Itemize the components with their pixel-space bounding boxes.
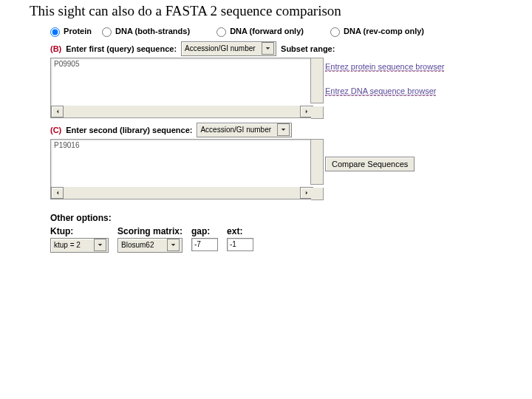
ext-label: ext: [227, 226, 253, 236]
entrez-dna-link[interactable]: Entrez DNA sequence browser [325, 86, 436, 96]
section-b-marker: (B) [50, 44, 61, 53]
scroll-corner [311, 188, 324, 200]
ktup-label: Ktup: [50, 226, 109, 236]
matrix-label: Scoring matrix: [117, 226, 183, 236]
query-sequence-input[interactable]: P09905 [50, 58, 312, 106]
chevron-down-icon [262, 42, 274, 55]
scrollbar-horizontal[interactable] [50, 106, 313, 118]
library-sequence-block: P19016 [50, 139, 312, 200]
scrollbar-vertical[interactable] [310, 139, 324, 185]
page-title: This sight can also do a FASTA 2 sequenc… [0, 0, 532, 27]
radio-dna-rev[interactable]: DNA (rev-comp only) [330, 27, 424, 37]
chevron-down-icon [277, 123, 290, 136]
radio-dna-fwd-label: DNA (forward only) [230, 27, 304, 35]
query-format-select[interactable]: Accession/GI number [181, 41, 276, 56]
library-format-value: Accession/GI number [200, 126, 274, 134]
gap-input[interactable] [191, 238, 218, 251]
matrix-select[interactable]: Blosum62 [117, 238, 183, 253]
matrix-value: Blosum62 [121, 241, 164, 249]
library-sequence-input[interactable]: P19016 [50, 139, 312, 187]
ktup-select[interactable]: ktup = 2 [50, 238, 109, 253]
radio-protein[interactable]: Protein [50, 27, 92, 37]
compare-sequences-button[interactable]: Compare Sequences [325, 157, 415, 171]
options-row: Ktup: ktup = 2 Scoring matrix: Blosum62 … [50, 226, 532, 253]
subset-range-label: Subset range: [281, 44, 335, 53]
scroll-left-icon[interactable] [51, 187, 64, 199]
ktup-value: ktup = 2 [54, 241, 91, 249]
radio-protein-label: Protein [64, 27, 92, 35]
query-format-value: Accession/GI number [185, 44, 259, 52]
section-b-label: Enter first (query) sequence: [66, 44, 177, 53]
gap-label: gap: [191, 226, 218, 236]
ext-input[interactable] [227, 238, 253, 251]
section-c-header: (C) Enter second (library) sequence: Acc… [50, 123, 532, 137]
sequence-type-radios: Protein DNA (both-strands) DNA (forward … [50, 27, 532, 37]
library-format-select[interactable]: Accession/GI number [197, 123, 292, 137]
radio-dna-rev-label: DNA (rev-comp only) [344, 27, 424, 35]
chevron-down-icon [167, 239, 180, 251]
chevron-down-icon [94, 239, 106, 251]
query-sequence-block: P09905 [50, 58, 312, 118]
section-c-marker: (C) [50, 126, 61, 134]
entrez-protein-link[interactable]: Entrez protein sequence browser [325, 62, 444, 72]
other-options-heading: Other options: [50, 213, 532, 223]
scroll-left-icon[interactable] [51, 106, 64, 117]
section-b-header: (B) Enter first (query) sequence: Access… [50, 41, 532, 56]
scrollbar-vertical[interactable] [310, 58, 324, 103]
scrollbar-horizontal[interactable] [50, 187, 313, 200]
section-c-label: Enter second (library) sequence: [66, 126, 192, 134]
scroll-corner [311, 106, 324, 119]
radio-dna-fwd[interactable]: DNA (forward only) [216, 27, 304, 37]
radio-dna-both[interactable]: DNA (both-strands) [102, 27, 190, 37]
radio-dna-both-label: DNA (both-strands) [115, 27, 190, 35]
